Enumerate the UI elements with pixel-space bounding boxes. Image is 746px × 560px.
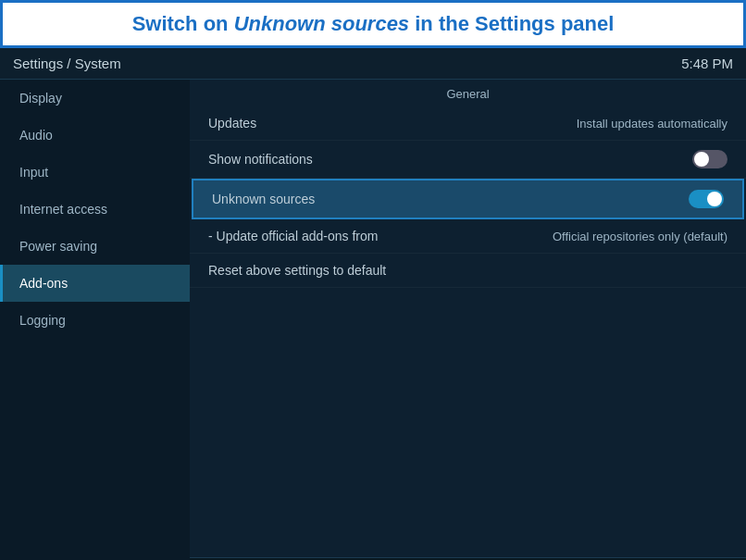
setting-value-update-official-addons: Official repositories only (default) [553, 230, 727, 243]
sidebar-item-input[interactable]: Input [0, 154, 190, 191]
header-bar: Settings / System 5:48 PM [0, 48, 746, 80]
setting-row-update-official-addons[interactable]: - Update official add-ons from Official … [190, 219, 746, 254]
toggle-show-notifications[interactable] [692, 150, 727, 168]
setting-label-reset-settings: Reset above settings to default [208, 263, 386, 278]
setting-label-show-notifications: Show notifications [208, 152, 313, 167]
content-area: General Updates Install updates automati… [190, 80, 746, 560]
sidebar-item-audio[interactable]: Audio [0, 117, 190, 154]
setting-value-updates: Install updates automatically [577, 117, 727, 131]
sidebar-item-display[interactable]: Display [0, 80, 190, 117]
setting-label-update-official-addons: - Update official add-ons from [208, 229, 378, 243]
section-label: General [190, 80, 746, 106]
setting-label-unknown-sources: Unknown sources [212, 192, 315, 206]
settings-list: Updates Install updates automatically Sh… [190, 106, 746, 557]
sidebar-item-add-ons[interactable]: Add-ons [0, 265, 190, 302]
sidebar-item-logging[interactable]: Logging [0, 302, 190, 339]
sidebar-item-power-saving[interactable]: Power saving [0, 228, 190, 265]
setting-label-updates: Updates [208, 116, 256, 131]
page-title: Settings / System [13, 56, 121, 71]
clock: 5:48 PM [681, 56, 733, 71]
toggle-unknown-sources[interactable] [689, 190, 724, 208]
sidebar-footer: ⚙ Standard [0, 546, 190, 560]
main-container: Display Audio Input Internet access Powe… [0, 80, 746, 560]
banner-prefix: Switch on [132, 12, 234, 35]
setting-row-show-notifications[interactable]: Show notifications [190, 141, 746, 179]
sidebar-item-internet-access[interactable]: Internet access [0, 191, 190, 228]
banner-suffix: in the Settings panel [409, 12, 614, 35]
toggle-knob-show-notifications [694, 152, 709, 167]
setting-row-unknown-sources[interactable]: Unknown sources [192, 179, 744, 219]
sidebar: Display Audio Input Internet access Powe… [0, 80, 190, 560]
banner-emphasis: Unknown sources [234, 12, 409, 35]
banner: Switch on Unknown sources in the Setting… [0, 0, 746, 48]
setting-row-reset-settings[interactable]: Reset above settings to default [190, 254, 746, 288]
toggle-knob-unknown-sources [707, 192, 722, 206]
setting-row-updates[interactable]: Updates Install updates automatically [190, 106, 746, 141]
